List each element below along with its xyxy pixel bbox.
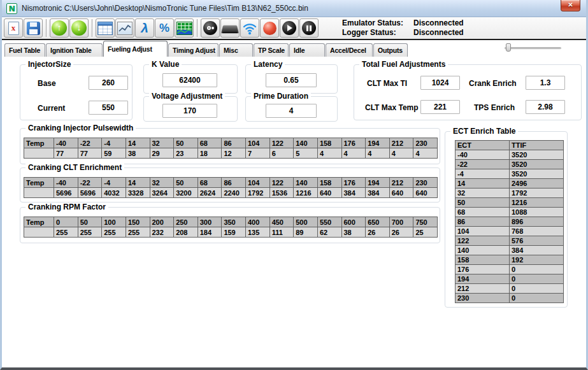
value-cell[interactable]: 1792 (246, 188, 270, 198)
clt-max-ti-input[interactable] (420, 76, 460, 90)
value-cell[interactable]: 4 (413, 148, 438, 159)
value-cell[interactable]: 25 (413, 227, 438, 238)
value-cell[interactable]: 5696 (54, 188, 78, 198)
value-cell[interactable]: 23 (174, 148, 198, 159)
play-button[interactable] (280, 18, 299, 38)
value-cell[interactable]: 4 (389, 148, 413, 159)
datalog-button[interactable] (201, 18, 220, 38)
tab-idle[interactable]: Idle (289, 43, 325, 57)
value-cell[interactable]: 255 (102, 227, 126, 238)
value-cell[interactable]: 77 (54, 148, 78, 159)
value-cell[interactable]: 3328 (125, 188, 150, 198)
value-cell[interactable]: 640 (413, 188, 438, 198)
ttif-value-cell[interactable]: 896 (510, 217, 564, 227)
emulator-button[interactable] (220, 18, 240, 38)
value-cell[interactable]: 5696 (78, 188, 102, 198)
ttif-value-cell[interactable]: 3520 (510, 160, 564, 169)
tab-accel-decel[interactable]: Accel/Decel (326, 43, 373, 57)
value-cell[interactable]: 384 (366, 188, 390, 198)
value-cell[interactable]: 18 (197, 148, 222, 159)
value-cell[interactable]: 89 (294, 227, 318, 238)
tab-ignition-table[interactable]: Ignition Table (46, 43, 103, 57)
exit-file-button[interactable]: x (4, 18, 23, 38)
ve-table-button[interactable] (175, 18, 194, 38)
value-cell[interactable]: 62 (317, 227, 341, 238)
value-cell[interactable]: 232 (150, 227, 174, 238)
value-cell[interactable]: 4032 (102, 188, 126, 198)
tab-tp-scale[interactable]: TP Scale (254, 43, 289, 57)
value-cell[interactable]: 59 (102, 148, 126, 159)
ttif-value-cell[interactable]: 0 (510, 294, 564, 303)
ttif-value-cell[interactable]: 192 (510, 255, 564, 265)
ttif-value-cell[interactable]: 0 (510, 284, 564, 294)
value-cell[interactable]: 111 (269, 227, 294, 238)
voltage-adjustment-input[interactable] (162, 104, 217, 118)
ttif-value-cell[interactable]: 3520 (510, 150, 564, 160)
value-cell[interactable]: 4 (341, 148, 366, 159)
crank-enrich-input[interactable] (526, 76, 565, 90)
value-cell[interactable]: 640 (317, 188, 341, 198)
value-cell[interactable]: 159 (222, 227, 246, 238)
tps-enrich-input[interactable] (526, 100, 565, 114)
toolbar-slider[interactable] (505, 45, 561, 51)
download-button[interactable]: ↓ (69, 18, 89, 38)
tab-misc[interactable]: Misc (219, 43, 253, 57)
pause-button[interactable] (299, 18, 319, 38)
value-cell[interactable]: 38 (125, 148, 150, 159)
value-cell[interactable]: 640 (389, 188, 413, 198)
value-cell[interactable]: 5 (294, 148, 318, 159)
prime-duration-input[interactable] (266, 104, 317, 118)
ttif-value-cell[interactable]: 3520 (510, 169, 564, 179)
percent-button[interactable]: % (155, 18, 174, 38)
record-button[interactable] (260, 18, 279, 38)
value-cell[interactable]: 6 (269, 148, 294, 159)
value-cell[interactable]: 3200 (174, 188, 198, 198)
value-cell[interactable]: 208 (174, 227, 198, 238)
value-cell[interactable]: 26 (389, 227, 413, 238)
value-cell[interactable]: 1536 (269, 188, 294, 198)
latency-input[interactable] (266, 73, 317, 87)
ttif-value-cell[interactable]: 384 (510, 246, 564, 255)
value-cell[interactable]: 255 (125, 227, 150, 238)
upload-button[interactable]: ↑ (50, 18, 69, 38)
connect-button[interactable] (240, 18, 259, 38)
current-input[interactable] (89, 101, 128, 115)
ttif-value-cell[interactable]: 1088 (510, 208, 564, 217)
graph-view-button[interactable] (115, 18, 134, 38)
value-cell[interactable]: 135 (246, 227, 270, 238)
value-cell[interactable]: 184 (197, 227, 222, 238)
tab-fuel-table[interactable]: Fuel Table (4, 43, 45, 57)
value-cell[interactable]: 29 (150, 148, 174, 159)
base-input[interactable] (89, 76, 128, 90)
save-button[interactable] (24, 18, 43, 38)
value-cell[interactable]: 2240 (222, 188, 246, 198)
ttif-value-cell[interactable]: 1792 (510, 189, 564, 198)
value-cell[interactable]: 7 (246, 148, 270, 159)
slider-thumb[interactable] (506, 43, 511, 52)
value-cell[interactable]: 384 (341, 188, 366, 198)
value-cell[interactable]: 26 (366, 227, 390, 238)
close-button[interactable]: ✕ (561, 0, 580, 11)
tab-outputs[interactable]: Outputs (373, 43, 408, 57)
ttif-value-cell[interactable]: 0 (510, 265, 564, 274)
ttif-value-cell[interactable]: 1216 (510, 198, 564, 208)
value-cell[interactable]: 255 (54, 227, 78, 238)
ttif-value-cell[interactable]: 768 (510, 227, 564, 236)
ttif-value-cell[interactable]: 576 (510, 236, 564, 246)
value-cell[interactable]: 12 (222, 148, 246, 159)
ttif-value-cell[interactable]: 2496 (510, 179, 564, 189)
tab-timing-adjust[interactable]: Timing Adjust (168, 43, 219, 57)
ttif-value-cell[interactable]: 0 (510, 274, 564, 284)
value-cell[interactable]: 4 (317, 148, 341, 159)
tab-fueling-adjust[interactable]: Fueling Adjust (103, 41, 168, 57)
clt-max-temp-input[interactable] (420, 100, 460, 114)
value-cell[interactable]: 38 (341, 227, 366, 238)
value-cell[interactable]: 255 (78, 227, 102, 238)
table-editor-button[interactable] (96, 18, 115, 38)
value-cell[interactable]: 77 (78, 148, 102, 159)
k-value-input[interactable] (162, 73, 217, 87)
lambda-button[interactable]: λ (135, 18, 154, 38)
value-cell[interactable]: 3264 (150, 188, 174, 198)
value-cell[interactable]: 4 (366, 148, 390, 159)
value-cell[interactable]: 2624 (197, 188, 222, 198)
